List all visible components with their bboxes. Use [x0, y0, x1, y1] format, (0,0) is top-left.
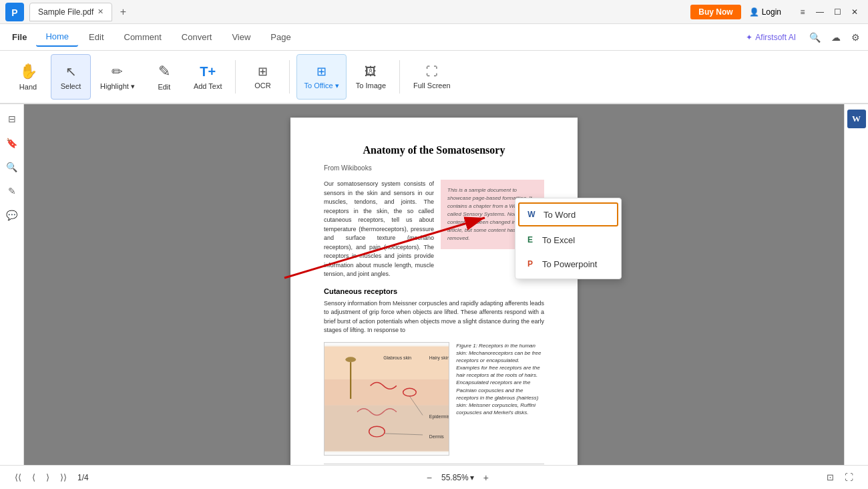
to-powerpoint-item[interactable]: P To Powerpoint [515, 252, 621, 276]
svg-rect-4 [324, 405, 449, 451]
pdf-source: From Wikibooks [324, 164, 544, 172]
navigation-controls: ⟨⟨ ⟨ ⟩ ⟩⟩ 1/4 [11, 470, 93, 485]
pdf-intro-section: Our somatosensory system consists of sen… [324, 180, 544, 279]
figure-area: Hairy skin Glabrous skin Epidermis Dermi… [324, 342, 544, 456]
sidebar-comment-icon[interactable]: 💬 [3, 206, 21, 224]
add-text-button[interactable]: T+ Add Text [187, 54, 229, 100]
first-page-button[interactable]: ⟨⟨ [11, 470, 25, 485]
last-page-button[interactable]: ⟩⟩ [56, 470, 71, 485]
select-icon: ↖ [65, 63, 77, 79]
page-indicator: 1/4 [77, 473, 89, 482]
svg-text:Epidermis: Epidermis [429, 414, 449, 420]
excel-doc-icon: E [523, 233, 537, 247]
add-text-icon: T+ [200, 64, 216, 79]
to-office-dropdown: W To Word E To Excel P To Powerpoint [515, 198, 622, 279]
cutaneous-text: Sensory information from Meissner corpus… [324, 299, 544, 335]
tab-close-btn[interactable]: ✕ [97, 7, 103, 16]
zoom-level-display[interactable]: 55.85% ▾ [441, 473, 474, 482]
file-tab[interactable]: Sample File.pdf ✕ [29, 3, 112, 21]
figure-caption: Figure 1: Receptors in the human skin: M… [456, 342, 544, 456]
pdf-page: Anatomy of the Somatosensory From Wikibo… [290, 118, 578, 465]
zoom-dropdown-arrow-icon: ▾ [470, 473, 474, 482]
cloud-button[interactable]: ☁ [829, 29, 843, 45]
settings-button[interactable]: ⚙ [849, 29, 863, 45]
pdf-title: Anatomy of the Somatosensory [324, 144, 544, 156]
menu-tabs: Home Edit Comment Convert View Page [36, 27, 738, 47]
tab-bar: Sample File.pdf ✕ + [29, 0, 690, 23]
fit-controls: ⊡ ⛶ [823, 470, 857, 485]
next-page-button[interactable]: ⟩ [42, 470, 53, 485]
to-excel-item[interactable]: E To Excel [515, 228, 621, 252]
edit-tool-button[interactable]: ✎ Edit [144, 54, 184, 100]
hand-tool-button[interactable]: ✋ Hand [8, 54, 48, 100]
to-image-button[interactable]: 🖼 To Image [349, 54, 393, 100]
select-tool-button[interactable]: ↖ Select [51, 54, 91, 100]
cutaneous-title: Cutaneous receptors [324, 287, 544, 295]
title-bar: P Sample File.pdf ✕ + Buy Now 👤 Login ≡ … [0, 0, 868, 24]
to-office-arrow-icon: ▾ [335, 82, 339, 90]
minimize-button[interactable]: — [812, 4, 828, 20]
buy-now-button[interactable]: Buy Now [690, 5, 740, 19]
ai-assistant-button[interactable]: ✦ Afirstsoft AI [740, 31, 801, 44]
menu-tab-view[interactable]: View [222, 28, 260, 46]
menu-tab-edit[interactable]: Edit [79, 28, 113, 46]
zoom-controls: − 55.85% ▾ + [423, 470, 493, 486]
full-screen-icon: ⛶ [426, 65, 438, 79]
toolbar: ✋ Hand ↖ Select ✏ Highlight ▾ ✎ Edit T+ … [0, 51, 868, 104]
sidebar-annotation-icon[interactable]: ✎ [3, 182, 21, 200]
menu-tab-home[interactable]: Home [36, 27, 78, 47]
sidebar-search-icon[interactable]: 🔍 [3, 158, 21, 176]
prev-page-button[interactable]: ⟨ [28, 470, 39, 485]
file-tab-label: Sample File.pdf [38, 7, 93, 17]
close-button[interactable]: ✕ [847, 4, 863, 20]
svg-text:Dermis: Dermis [429, 434, 444, 438]
full-screen-bottom-button[interactable]: ⛶ [841, 470, 857, 485]
svg-text:Hairy skin: Hairy skin [429, 355, 449, 361]
app-logo: P [5, 3, 24, 21]
to-word-item[interactable]: W To Word [518, 202, 618, 226]
zoom-out-button[interactable]: − [423, 470, 436, 486]
svg-rect-2 [324, 346, 449, 379]
menu-tab-page[interactable]: Page [261, 28, 300, 46]
title-bar-controls: Buy Now 👤 Login ≡ — ☐ ✕ [690, 4, 863, 20]
highlight-icon: ✏ [112, 63, 123, 79]
to-office-button[interactable]: ⊞ To Office ▾ [296, 54, 346, 100]
fit-page-button[interactable]: ⊡ [823, 470, 838, 485]
zoom-in-button[interactable]: + [479, 470, 493, 486]
toolbar-separator-1 [235, 60, 236, 94]
menu-right: ✦ Afirstsoft AI 🔍 ☁ ⚙ [740, 29, 863, 45]
maximize-button[interactable]: ☐ [829, 4, 845, 20]
svg-text:P: P [11, 7, 17, 18]
ppt-doc-icon: P [523, 257, 537, 271]
search-button[interactable]: 🔍 [807, 29, 823, 45]
hamburger-button[interactable]: ≡ [795, 4, 811, 20]
pdf-intro-text: Our somatosensory system consists of sen… [324, 180, 434, 279]
hand-icon: ✋ [19, 63, 37, 80]
new-tab-button[interactable]: + [115, 4, 131, 20]
svg-point-9 [345, 357, 356, 362]
right-sidebar-word-icon[interactable]: W [847, 110, 866, 128]
user-avatar-icon: 👤 [749, 7, 759, 17]
menu-tab-convert[interactable]: Convert [172, 28, 222, 46]
sidebar-bookmark-icon[interactable]: 🔖 [3, 134, 21, 152]
highlight-tool-button[interactable]: ✏ Highlight ▾ [93, 54, 142, 100]
to-office-icon: ⊞ [316, 64, 327, 79]
window-controls: ≡ — ☐ ✕ [795, 4, 863, 20]
word-doc-icon: W [525, 208, 538, 221]
full-screen-button[interactable]: ⛶ Full Screen [407, 54, 457, 100]
bottom-bar: ⟨⟨ ⟨ ⟩ ⟩⟩ 1/4 − 55.85% ▾ + ⊡ ⛶ [0, 465, 868, 489]
ocr-button[interactable]: ⊞ OCR [242, 54, 282, 100]
ocr-icon: ⊞ [258, 64, 268, 79]
login-button[interactable]: 👤 Login [744, 5, 787, 19]
menu-tab-comment[interactable]: Comment [115, 28, 171, 46]
toolbar-separator-3 [399, 60, 400, 94]
ai-star-icon: ✦ [746, 33, 752, 42]
highlight-arrow-icon: ▾ [131, 82, 135, 90]
to-image-icon: 🖼 [365, 65, 377, 79]
file-menu[interactable]: File [5, 29, 33, 45]
sidebar-pages-icon[interactable]: ⊟ [3, 110, 21, 128]
right-sidebar: W [844, 104, 868, 465]
svg-rect-3 [324, 379, 449, 405]
left-sidebar: ⊟ 🔖 🔍 ✎ 💬 [0, 104, 24, 465]
main-layout: ⊟ 🔖 🔍 ✎ 💬 Anatomy of the Somatosensory F… [0, 104, 868, 465]
